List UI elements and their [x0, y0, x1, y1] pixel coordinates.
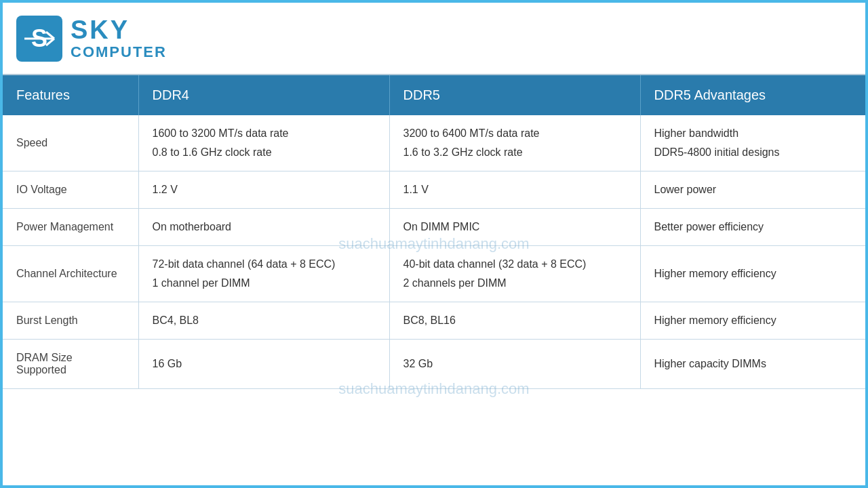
feature-label: Speed	[3, 115, 138, 171]
ddr4-speed-multiline: 1600 to 3200 MT/s data rate 0.8 to 1.6 G…	[153, 127, 376, 159]
table-row: DRAM Size Supported 16 Gb 32 Gb Higher c…	[3, 340, 865, 389]
ddr4-speed-line2: 0.8 to 1.6 GHz clock rate	[153, 146, 376, 159]
logo-container: S SKY COMPUTER	[16, 16, 167, 62]
ddr5-value: 32 Gb	[389, 340, 640, 389]
table-row: Channel Architecture 72-bit data channel…	[3, 246, 865, 302]
table-row: IO Voltage 1.2 V 1.1 V Lower power	[3, 171, 865, 209]
feature-label: Channel Architecture	[3, 246, 138, 302]
ddr5-channel-line1: 40-bit data channel (32 data + 8 ECC)	[403, 258, 627, 270]
ddr5-value: 3200 to 6400 MT/s data rate 1.6 to 3.2 G…	[389, 115, 640, 171]
ddr4-speed-line1: 1600 to 3200 MT/s data rate	[153, 127, 376, 140]
ddr4-value: 1600 to 3200 MT/s data rate 0.8 to 1.6 G…	[138, 115, 389, 171]
header-ddr4: DDR4	[138, 75, 389, 115]
ddr4-value: On motherboard	[138, 209, 389, 246]
feature-label: DRAM Size Supported	[3, 340, 138, 389]
ddr5-value: 1.1 V	[389, 171, 640, 209]
feature-label: Power Management	[3, 209, 138, 246]
ddr4-value: BC4, BL8	[138, 302, 389, 340]
table-row: Burst Length BC4, BL8 BC8, BL16 Higher m…	[3, 302, 865, 340]
feature-label: IO Voltage	[3, 171, 138, 209]
table-row: Power Management On motherboard On DIMM …	[3, 209, 865, 246]
feature-label: Burst Length	[3, 302, 138, 340]
ddr5-channel-line2: 2 channels per DIMM	[403, 277, 627, 289]
ddr4-channel-multiline: 72-bit data channel (64 data + 8 ECC) 1 …	[153, 258, 376, 289]
ddr4-channel-line2: 1 channel per DIMM	[153, 277, 376, 289]
advantage-value: Better power efficiency	[640, 209, 865, 246]
ddr4-value: 16 Gb	[138, 340, 389, 389]
ddr5-value: 40-bit data channel (32 data + 8 ECC) 2 …	[389, 246, 640, 302]
sky-logo-icon: S	[16, 16, 62, 62]
advantage-value: Higher memory efficiency	[640, 246, 865, 302]
ddr5-speed-line1: 3200 to 6400 MT/s data rate	[403, 127, 627, 140]
advantage-speed-line2: DDR5-4800 initial designs	[654, 146, 852, 159]
ddr5-speed-line2: 1.6 to 3.2 GHz clock rate	[403, 146, 627, 159]
ddr5-speed-multiline: 3200 to 6400 MT/s data rate 1.6 to 3.2 G…	[403, 127, 627, 159]
advantage-value: Higher capacity DIMMs	[640, 340, 865, 389]
comparison-table: Features DDR4 DDR5 DDR5 Advantages Speed…	[3, 74, 865, 389]
table-row: Speed 1600 to 3200 MT/s data rate 0.8 to…	[3, 115, 865, 171]
header-advantages: DDR5 Advantages	[640, 75, 865, 115]
logo-sky: SKY	[71, 16, 167, 45]
logo-computer: COMPUTER	[71, 44, 167, 60]
comparison-table-container: Features DDR4 DDR5 DDR5 Advantages Speed…	[3, 74, 865, 389]
header-ddr5: DDR5	[389, 75, 640, 115]
advantage-value: Higher bandwidth DDR5-4800 initial desig…	[640, 115, 865, 171]
header: S SKY COMPUTER	[3, 3, 865, 74]
header-features: Features	[3, 75, 138, 115]
ddr5-channel-multiline: 40-bit data channel (32 data + 8 ECC) 2 …	[403, 258, 627, 289]
ddr4-channel-line1: 72-bit data channel (64 data + 8 ECC)	[153, 258, 376, 270]
logo-text: SKY COMPUTER	[71, 16, 167, 61]
ddr5-value: On DIMM PMIC	[389, 209, 640, 246]
ddr5-value: BC8, BL16	[389, 302, 640, 340]
ddr4-value: 72-bit data channel (64 data + 8 ECC) 1 …	[138, 246, 389, 302]
ddr4-value: 1.2 V	[138, 171, 389, 209]
advantage-speed-multiline: Higher bandwidth DDR5-4800 initial desig…	[654, 127, 852, 159]
advantage-speed-line1: Higher bandwidth	[654, 127, 852, 140]
advantage-value: Lower power	[640, 171, 865, 209]
table-header-row: Features DDR4 DDR5 DDR5 Advantages	[3, 75, 865, 115]
advantage-value: Higher memory efficiency	[640, 302, 865, 340]
